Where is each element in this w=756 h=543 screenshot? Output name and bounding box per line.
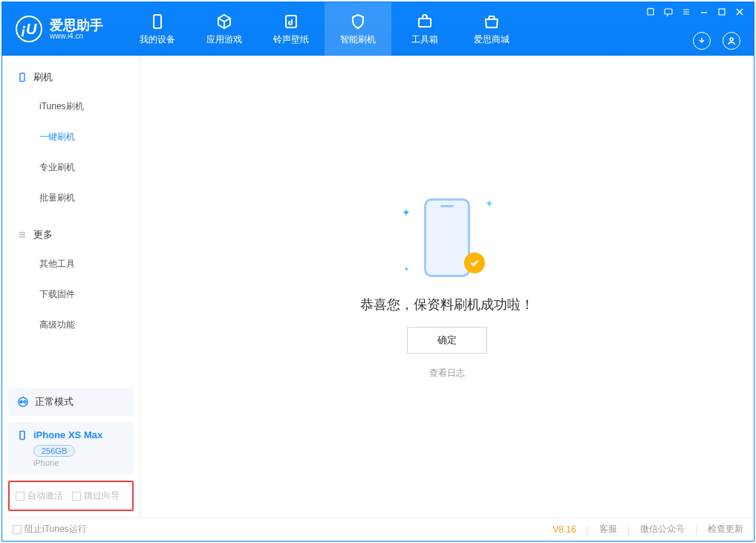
success-check-icon <box>464 253 485 273</box>
svg-point-9 <box>24 401 26 403</box>
body: 刷机 iTunes刷机 一键刷机 专业刷机 批量刷机 更多 其他工具 下载固件 <box>2 56 754 517</box>
sidebar-item-batch-flash[interactable]: 批量刷机 <box>2 183 140 213</box>
tab-label: 我的设备 <box>140 33 175 46</box>
sidebar-section-flash: 刷机 <box>2 63 140 91</box>
confirm-button[interactable]: 确定 <box>407 327 487 354</box>
device-storage-badge: 256GB <box>33 445 75 457</box>
options-highlight-box: 自动激活 跳过向导 <box>8 481 134 511</box>
tab-media[interactable]: 铃声壁纸 <box>258 2 325 56</box>
device-type: iPhone <box>33 458 125 467</box>
success-illustration: ✦ ✦ • <box>406 193 488 282</box>
svg-rect-2 <box>419 19 431 27</box>
status-bar: 阻止iTunes运行 V8.16 | 客服 | 微信公众号 | 检查更新 <box>2 517 754 541</box>
sidebar-section-more: 更多 <box>2 221 140 249</box>
checkbox-label: 跳过向导 <box>84 490 120 502</box>
tab-toolbox[interactable]: 工具箱 <box>391 2 458 56</box>
sidebar-item-download-firmware[interactable]: 下载固件 <box>2 279 140 310</box>
skip-guide-checkbox[interactable]: 跳过向导 <box>72 490 120 502</box>
separator: | <box>695 524 697 535</box>
block-itunes-checkbox[interactable]: 阻止iTunes运行 <box>13 523 87 536</box>
tab-label: 智能刷机 <box>340 33 376 46</box>
check-update-link[interactable]: 检查更新 <box>708 523 743 536</box>
sidebar-item-pro-flash[interactable]: 专业刷机 <box>2 152 140 183</box>
svg-point-5 <box>730 38 733 41</box>
phone-frame-icon <box>424 198 470 277</box>
footer-right: V8.16 | 客服 | 微信公众号 | 检查更新 <box>553 523 743 536</box>
sidebar-bottom: 正常模式 iPhone XS Max 256GB iPhone 自动激活 跳过向… <box>2 382 140 517</box>
cube-icon <box>215 13 233 30</box>
sparkle-icon: • <box>405 263 408 275</box>
separator: | <box>628 524 630 535</box>
main-content: ✦ ✦ • 恭喜您，保资料刷机成功啦！ 确定 查看日志 <box>140 56 754 517</box>
close-button[interactable] <box>734 7 745 17</box>
menu-button[interactable] <box>681 7 691 17</box>
sidebar-item-other-tools[interactable]: 其他工具 <box>2 249 140 279</box>
device-card[interactable]: iPhone XS Max 256GB iPhone <box>8 422 134 475</box>
nav-tabs: 我的设备 应用游戏 铃声壁纸 智能刷机 工具箱 爱思商城 <box>124 2 525 56</box>
app-subtitle: www.i4.cn <box>50 32 103 40</box>
wechat-link[interactable]: 微信公众号 <box>640 523 685 536</box>
status-card[interactable]: 正常模式 <box>8 388 134 416</box>
window-controls <box>645 7 745 17</box>
toolbox-icon <box>416 13 434 30</box>
header-actions <box>693 32 740 50</box>
section-title: 刷机 <box>33 71 53 84</box>
status-label: 正常模式 <box>35 395 74 409</box>
svg-rect-10 <box>20 431 25 439</box>
logo-area: ¡U 爱思助手 www.i4.cn <box>16 16 103 42</box>
view-log-link[interactable]: 查看日志 <box>429 367 465 380</box>
auto-activate-checkbox[interactable]: 自动激活 <box>16 490 63 502</box>
user-button[interactable] <box>723 32 740 50</box>
tab-label: 工具箱 <box>411 33 438 46</box>
phone-outline-icon <box>17 72 27 82</box>
list-icon <box>17 230 27 240</box>
checkbox-label: 阻止iTunes运行 <box>25 523 87 536</box>
svg-point-8 <box>20 401 22 403</box>
device-icon <box>149 13 166 30</box>
status-icon <box>17 396 29 408</box>
sparkle-icon: ✦ <box>485 198 494 209</box>
feedback-button[interactable] <box>663 7 674 17</box>
tab-apps[interactable]: 应用游戏 <box>191 2 258 56</box>
skin-button[interactable] <box>645 7 656 17</box>
svg-rect-3 <box>665 9 672 14</box>
app-title: 爱思助手 <box>50 19 103 32</box>
music-icon <box>282 13 300 30</box>
tab-store[interactable]: 爱思商城 <box>458 2 525 56</box>
tab-label: 铃声壁纸 <box>273 33 309 46</box>
svg-rect-4 <box>719 9 725 15</box>
sidebar-item-one-click-flash[interactable]: 一键刷机 <box>2 122 140 152</box>
device-name: iPhone XS Max <box>33 429 102 440</box>
store-icon <box>483 13 501 30</box>
maximize-button[interactable] <box>717 7 727 17</box>
tab-flash[interactable]: 智能刷机 <box>325 2 391 56</box>
separator: | <box>587 524 589 535</box>
minimize-button[interactable] <box>699 7 709 17</box>
download-button[interactable] <box>693 32 711 50</box>
tab-label: 应用游戏 <box>206 33 242 46</box>
svg-rect-0 <box>154 15 161 28</box>
title-bar: ¡U 爱思助手 www.i4.cn 我的设备 应用游戏 铃声壁纸 智能刷机 <box>2 2 754 56</box>
success-message: 恭喜您，保资料刷机成功啦！ <box>360 296 534 313</box>
app-window: ¡U 爱思助手 www.i4.cn 我的设备 应用游戏 铃声壁纸 智能刷机 <box>1 1 755 542</box>
checkbox-label: 自动激活 <box>27 490 63 502</box>
tab-label: 爱思商城 <box>474 33 509 46</box>
sparkle-icon: ✦ <box>402 207 411 218</box>
logo-icon: ¡U <box>16 16 42 42</box>
logo-text: 爱思助手 www.i4.cn <box>50 19 103 40</box>
version-label: V8.16 <box>553 524 576 535</box>
sidebar-item-advanced[interactable]: 高级功能 <box>2 310 140 340</box>
sidebar: 刷机 iTunes刷机 一键刷机 专业刷机 批量刷机 更多 其他工具 下载固件 <box>2 56 140 517</box>
tab-device[interactable]: 我的设备 <box>124 2 191 56</box>
sidebar-item-itunes-flash[interactable]: iTunes刷机 <box>2 91 140 122</box>
shield-icon <box>349 13 367 30</box>
support-link[interactable]: 客服 <box>599 523 617 536</box>
device-icon <box>17 430 27 440</box>
svg-rect-6 <box>20 74 25 82</box>
section-title: 更多 <box>33 228 53 241</box>
